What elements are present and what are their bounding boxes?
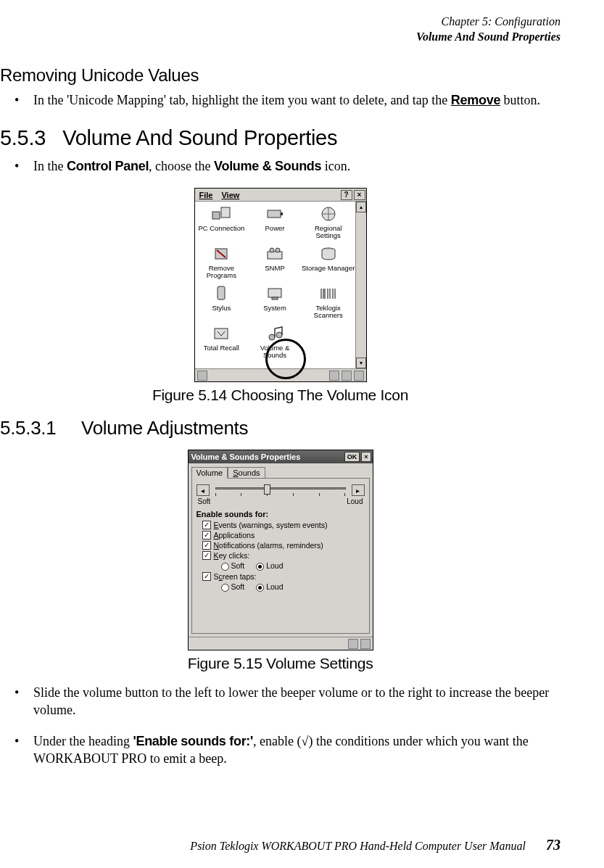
close-button[interactable]: × <box>354 190 365 200</box>
menu-view[interactable]: View <box>217 191 244 199</box>
volume-sounds-label: Volume & Sounds <box>214 159 321 173</box>
label: Soft <box>231 561 245 570</box>
tray-icon[interactable] <box>360 639 371 649</box>
storage-icon <box>318 244 339 263</box>
total-recall-icon <box>210 324 232 343</box>
radio-keyclicks-loud[interactable] <box>256 563 264 571</box>
tab-sounds[interactable]: Sounds <box>228 467 265 479</box>
radio-keyclicks-soft[interactable] <box>221 563 229 571</box>
page-header: Chapter 5: Configuration Volume And Soun… <box>0 15 560 45</box>
volume-slider[interactable] <box>212 484 349 496</box>
tray-icon[interactable] <box>329 371 339 381</box>
slider-right-button[interactable]: ▸ <box>352 484 365 496</box>
scroll-up-button[interactable]: ▴ <box>356 202 366 212</box>
label: Regional Settings <box>302 225 355 239</box>
title: Volume And Sound Properties <box>62 126 337 149</box>
cp-item-volume-sounds[interactable]: Volume & Sounds <box>248 324 302 364</box>
remove-label: Remove <box>451 93 500 107</box>
text: icon. <box>321 159 350 173</box>
header-chapter: Chapter 5: Configuration <box>0 15 560 30</box>
label: Volume & Sounds <box>248 344 302 359</box>
radio-screentaps-loud[interactable] <box>256 584 264 592</box>
window-title: Volume & Sounds Properties <box>190 452 343 461</box>
label: Teklogix Scanners <box>302 305 355 319</box>
slider-thumb[interactable] <box>264 484 270 495</box>
scroll-track[interactable] <box>356 212 366 357</box>
barcode-icon <box>318 284 339 303</box>
cp-item-remove-programs[interactable]: Remove Programs <box>195 244 249 284</box>
text: , enable ( <box>253 734 301 748</box>
label: SNMP <box>265 265 284 272</box>
tab-volume[interactable]: Volume <box>191 467 228 479</box>
cp-item-stylus[interactable]: Stylus <box>195 284 249 324</box>
label-loud: Loud <box>347 497 363 505</box>
close-button[interactable]: × <box>361 452 371 462</box>
svg-rect-13 <box>272 297 278 299</box>
enable-sounds-heading: Enable sounds for: <box>192 507 369 520</box>
taskbar <box>189 637 373 650</box>
label: Screen taps: <box>214 572 257 581</box>
menubar: File View ? × <box>195 189 366 202</box>
bullet-removing: In the 'Unicode Mapping' tab, highlight … <box>33 91 560 109</box>
text: Under the heading <box>33 734 133 748</box>
control-panel-label: Control Panel <box>67 159 149 173</box>
text: Slide the volume button to the left to l… <box>33 685 549 717</box>
tray-icon[interactable] <box>348 639 358 649</box>
label: Applications <box>214 531 255 540</box>
heading-553: 5.5.3 Volume And Sound Properties <box>0 126 560 150</box>
label: Soft <box>231 582 245 591</box>
text: In the <box>33 159 67 173</box>
text: button. <box>500 93 540 107</box>
radio-screentaps-soft[interactable] <box>221 584 229 592</box>
svg-rect-11 <box>218 286 225 299</box>
menu-file[interactable]: File <box>195 191 218 199</box>
figure-514-caption: Figure 5.14 Choosing The Volume Icon <box>0 387 560 404</box>
enable-sounds-label: 'Enable sounds for:' <box>133 734 253 748</box>
checkbox-screentaps[interactable]: ✓ <box>202 572 211 581</box>
titlebar: Volume & Sounds Properties OK × <box>189 450 373 463</box>
cp-item-scanners[interactable]: Teklogix Scanners <box>302 284 355 324</box>
ok-button[interactable]: OK <box>344 452 360 462</box>
heading-removing: Removing Unicode Values <box>0 65 560 86</box>
label: Total Recall <box>204 344 239 352</box>
label: System <box>263 305 286 312</box>
slider-left-button[interactable]: ◂ <box>196 484 210 496</box>
cp-item-empty <box>302 324 355 364</box>
label: Remove Programs <box>195 265 249 279</box>
volume-icon <box>264 324 286 343</box>
header-section: Volume And Sound Properties <box>0 30 560 45</box>
svg-rect-3 <box>281 212 283 215</box>
svg-point-23 <box>276 332 282 338</box>
label: PC Connection <box>198 225 244 232</box>
help-button[interactable]: ? <box>341 190 352 200</box>
globe-icon <box>318 204 339 223</box>
tray-icon[interactable] <box>342 371 352 381</box>
cp-item-snmp[interactable]: SNMP <box>248 244 302 284</box>
scrollbar[interactable]: ▴ ▾ <box>355 202 366 368</box>
power-icon <box>264 204 286 223</box>
taskbar <box>195 368 366 381</box>
label: Storage Manager <box>302 265 355 272</box>
cp-item-storage[interactable]: Storage Manager <box>302 244 355 284</box>
tray-icon[interactable] <box>354 371 364 381</box>
checkbox-events[interactable]: ✓ <box>202 521 211 529</box>
checkbox-keyclicks[interactable]: ✓ <box>202 551 211 560</box>
cp-item-power[interactable]: Power <box>248 204 302 244</box>
checkbox-applications[interactable]: ✓ <box>202 531 211 540</box>
figure-515-caption: Figure 5.15 Volume Settings <box>0 655 560 672</box>
num: 5.5.3.1 <box>0 417 56 439</box>
checkbox-notifications[interactable]: ✓ <box>202 541 211 550</box>
cp-item-pc-connection[interactable]: PC Connection <box>195 204 249 244</box>
scroll-down-button[interactable]: ▾ <box>356 357 366 368</box>
svg-point-22 <box>269 334 275 340</box>
pc-connection-icon <box>210 204 232 223</box>
checkmark: √ <box>302 734 309 748</box>
volume-properties-window: Volume & Sounds Properties OK × Volume S… <box>188 450 373 650</box>
svg-point-9 <box>276 248 280 252</box>
cp-item-total-recall[interactable]: Total Recall <box>195 324 249 364</box>
svg-rect-21 <box>215 328 228 339</box>
start-icon[interactable] <box>197 371 207 381</box>
cp-item-regional[interactable]: Regional Settings <box>302 204 355 244</box>
footer-text: Psion Teklogix WORKABOUT PRO Hand-Held C… <box>190 840 526 852</box>
cp-item-system[interactable]: System <box>248 284 302 324</box>
